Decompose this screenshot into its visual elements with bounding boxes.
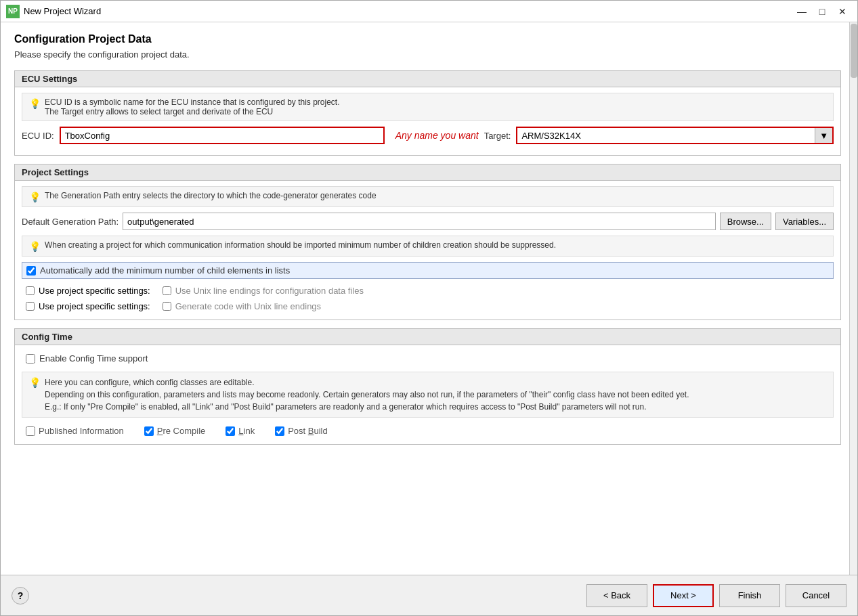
info-icon-suppress: 💡 bbox=[29, 241, 41, 252]
target-select[interactable]: ARM/S32K14X ▼ bbox=[516, 127, 834, 144]
post-build-item: Post Build bbox=[275, 426, 328, 436]
suppress-info-text: When creating a project for which commun… bbox=[45, 240, 556, 250]
enable-config-time-label[interactable]: Enable Config Time support bbox=[39, 353, 148, 364]
window-title: New Project Wizard bbox=[24, 6, 792, 16]
bottom-bar: ? < Back Next > Finish Cancel bbox=[1, 575, 857, 615]
ecu-settings-header: ECU Settings bbox=[15, 71, 840, 87]
unix-code-label[interactable]: Generate code with Unix line endings bbox=[175, 301, 321, 311]
finish-button[interactable]: Finish bbox=[719, 584, 780, 607]
target-label: Target: bbox=[484, 131, 511, 141]
gen-path-info-text: The Generation Path entry selects the di… bbox=[45, 191, 377, 200]
config-time-info-text: Here you can configure, which config cla… bbox=[45, 376, 689, 413]
ecu-id-input[interactable] bbox=[60, 127, 385, 144]
link-item: Link bbox=[226, 426, 255, 436]
ecu-id-row: ECU ID: Any name you want Target: ARM/S3… bbox=[22, 127, 834, 144]
published-info-checkbox[interactable] bbox=[26, 426, 35, 436]
target-dropdown-arrow[interactable]: ▼ bbox=[815, 128, 832, 143]
content-area: Configuration Project Data Please specif… bbox=[1, 22, 857, 575]
gen-path-row: Default Generation Path: Browse... Varia… bbox=[22, 213, 834, 230]
pre-compile-checkbox[interactable] bbox=[144, 426, 154, 436]
page-subtitle: Please specify the configuration project… bbox=[14, 49, 841, 60]
info-icon-ecu: 💡 bbox=[29, 98, 41, 109]
published-info-item: Published Information bbox=[26, 426, 124, 436]
ecu-id-label: ECU ID: bbox=[22, 131, 54, 141]
bottom-right: < Back Next > Finish Cancel bbox=[586, 584, 846, 607]
app-icon: NP bbox=[6, 5, 20, 18]
minimize-button[interactable]: — bbox=[792, 4, 811, 19]
auto-add-label[interactable]: Automatically add the minimum number of … bbox=[40, 265, 290, 276]
project-settings-header: Project Settings bbox=[15, 164, 840, 181]
cancel-button[interactable]: Cancel bbox=[786, 584, 846, 607]
bottom-left: ? bbox=[12, 587, 581, 604]
gen-path-label: Default Generation Path: bbox=[22, 217, 119, 227]
pre-compile-item: Pre Compile bbox=[144, 426, 206, 436]
project-specific-checkbox-2[interactable] bbox=[26, 302, 35, 311]
ecu-info-text: ECU ID is a symbolic name for the ECU in… bbox=[45, 97, 340, 116]
auto-add-checkbox-row: Automatically add the minimum number of … bbox=[22, 262, 834, 279]
project-settings-body: 💡 The Generation Path entry selects the … bbox=[15, 181, 840, 320]
page-title: Configuration Project Data bbox=[14, 33, 841, 45]
ecu-info-row: 💡 ECU ID is a symbolic name for the ECU … bbox=[22, 93, 834, 121]
post-build-checkbox[interactable] bbox=[275, 426, 284, 436]
help-button[interactable]: ? bbox=[12, 587, 29, 604]
auto-add-checkbox[interactable] bbox=[26, 266, 36, 276]
config-time-info: 💡 Here you can configure, which config c… bbox=[22, 372, 834, 418]
project-specific-label-1[interactable]: Use project specific settings: bbox=[39, 286, 150, 296]
info-icon-gen: 💡 bbox=[29, 192, 41, 202]
enable-config-time-checkbox[interactable] bbox=[26, 354, 35, 364]
suppress-info-row: 💡 When creating a project for which comm… bbox=[22, 236, 834, 257]
window-controls: — □ ✕ bbox=[792, 4, 852, 19]
unix-code-checkbox[interactable] bbox=[163, 302, 171, 311]
project-settings-section: Project Settings 💡 The Generation Path e… bbox=[14, 164, 841, 320]
ecu-annotation: Any name you want bbox=[395, 130, 479, 141]
config-time-section: Config Time Enable Config Time support 💡… bbox=[14, 328, 841, 445]
target-select-value: ARM/S32K14X bbox=[517, 129, 815, 143]
published-info-label: Published Information bbox=[39, 426, 124, 436]
project-specific-checkbox-1[interactable] bbox=[26, 286, 35, 295]
next-button[interactable]: Next > bbox=[653, 584, 714, 607]
ecu-settings-section: ECU Settings 💡 ECU ID is a symbolic name… bbox=[14, 70, 841, 156]
unix-config-checkbox[interactable] bbox=[163, 286, 171, 295]
project-specific-label-2[interactable]: Use project specific settings: bbox=[39, 301, 150, 311]
main-window: NP New Project Wizard — □ ✕ Configuratio… bbox=[0, 0, 858, 616]
enable-config-time-row: Enable Config Time support bbox=[22, 351, 834, 366]
link-label: Link bbox=[238, 426, 255, 436]
ecu-settings-body: 💡 ECU ID is a symbolic name for the ECU … bbox=[15, 87, 840, 155]
unix-endings-row: Use project specific settings: Use Unix … bbox=[22, 283, 834, 314]
variables-button[interactable]: Variables... bbox=[775, 213, 834, 230]
config-time-body: Enable Config Time support 💡 Here you ca… bbox=[15, 345, 840, 444]
config-time-header: Config Time bbox=[15, 329, 840, 345]
gen-path-info-row: 💡 The Generation Path entry selects the … bbox=[22, 186, 834, 207]
browse-button[interactable]: Browse... bbox=[720, 213, 771, 230]
gen-path-input[interactable] bbox=[123, 213, 716, 230]
close-button[interactable]: ✕ bbox=[833, 4, 852, 19]
post-build-label: Post Build bbox=[288, 426, 328, 436]
info-icon-config-time: 💡 bbox=[29, 377, 41, 388]
compile-row: Published Information Pre Compile Link bbox=[22, 423, 834, 439]
maximize-button[interactable]: □ bbox=[813, 4, 832, 19]
title-bar: NP New Project Wizard — □ ✕ bbox=[1, 1, 857, 22]
back-button[interactable]: < Back bbox=[586, 584, 647, 607]
unix-config-label[interactable]: Use Unix line endings for configuration … bbox=[175, 286, 364, 296]
link-checkbox[interactable] bbox=[226, 426, 235, 436]
pre-compile-label: Pre Compile bbox=[157, 426, 206, 436]
